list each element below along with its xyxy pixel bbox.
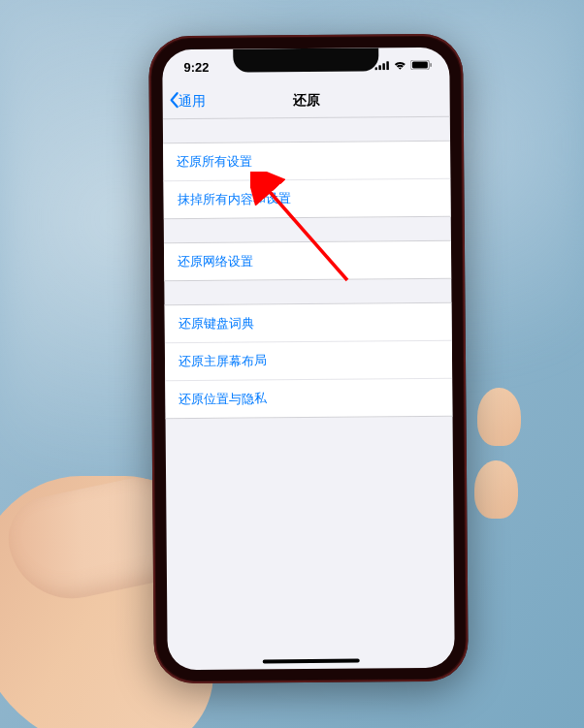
phone-notch <box>233 47 378 72</box>
item-label: 还原网络设置 <box>178 253 253 269</box>
item-label: 还原主屏幕布局 <box>178 353 267 368</box>
item-label: 还原键盘词典 <box>178 315 254 331</box>
svg-rect-2 <box>382 63 385 70</box>
iphone-device: 9:22 <box>148 34 469 684</box>
svg-rect-5 <box>412 61 428 68</box>
status-time: 9:22 <box>183 59 209 74</box>
phone-screen: 9:22 <box>162 47 455 671</box>
svg-rect-6 <box>430 63 432 67</box>
back-button[interactable]: 通用 <box>169 91 206 111</box>
reset-location-privacy[interactable]: 还原位置与隐私 <box>165 379 452 419</box>
item-label: 还原所有设置 <box>177 153 252 169</box>
settings-group: 还原键盘词典 还原主屏幕布局 还原位置与隐私 <box>165 302 453 420</box>
settings-group: 还原网络设置 <box>164 240 451 282</box>
reset-keyboard-dictionary[interactable]: 还原键盘词典 <box>165 303 452 344</box>
navigation-bar: 通用 还原 <box>163 82 450 120</box>
home-indicator[interactable] <box>263 659 360 664</box>
reset-all-settings[interactable]: 还原所有设置 <box>163 142 450 182</box>
svg-rect-0 <box>374 67 377 70</box>
page-title: 还原 <box>293 91 320 109</box>
reset-home-screen-layout[interactable]: 还原主屏幕布局 <box>165 341 452 382</box>
settings-content: 还原所有设置 抹掉所有内容和设置 还原网络设置 还原键盘词典 <box>163 117 453 420</box>
item-label: 抹掉所有内容和设置 <box>177 191 290 206</box>
reset-network-settings[interactable]: 还原网络设置 <box>164 241 451 281</box>
settings-group: 还原所有设置 抹掉所有内容和设置 <box>163 141 451 220</box>
wifi-icon <box>393 60 406 70</box>
battery-icon <box>410 60 432 70</box>
svg-rect-3 <box>386 61 389 70</box>
erase-all-content-settings[interactable]: 抹掉所有内容和设置 <box>163 179 450 219</box>
item-label: 还原位置与隐私 <box>178 391 267 406</box>
back-label: 通用 <box>178 92 206 110</box>
svg-rect-1 <box>378 65 381 70</box>
